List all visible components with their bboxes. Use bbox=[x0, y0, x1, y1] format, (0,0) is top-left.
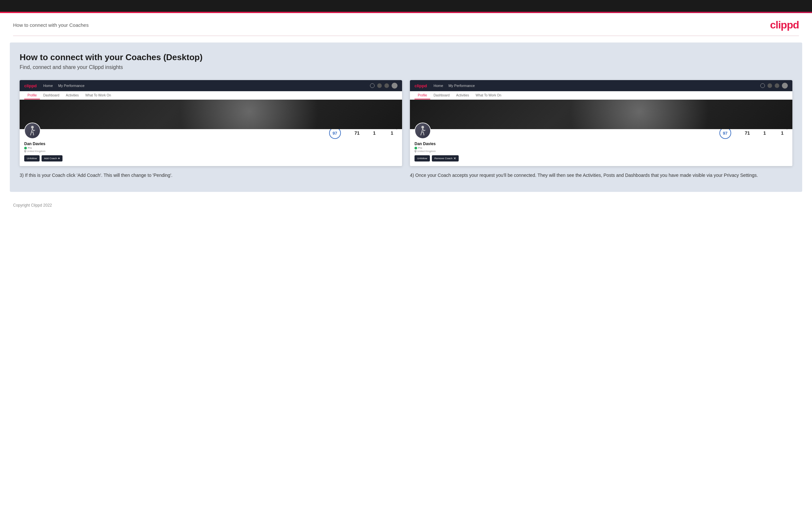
close-icon: ✕ bbox=[453, 157, 456, 160]
right-profile-tabs: Profile Dashboard Activities What To Wor… bbox=[410, 91, 792, 100]
golfer-silhouette-icon bbox=[29, 125, 36, 136]
left-profile-tabs: Profile Dashboard Activities What To Wor… bbox=[20, 91, 402, 100]
left-profile-name: Dan Davies bbox=[24, 142, 398, 146]
left-nav-icons bbox=[370, 83, 398, 89]
svg-point-1 bbox=[421, 126, 424, 128]
left-profile-badge: Pro bbox=[24, 147, 398, 150]
right-tab-what-to-work-on[interactable]: What To Work On bbox=[472, 91, 505, 99]
right-location-text: United Kingdom bbox=[417, 150, 436, 153]
left-location-text: United Kingdom bbox=[27, 150, 46, 153]
right-mock-browser: clippd Home My Performance Profile bbox=[410, 80, 792, 166]
left-screenshot-col: clippd Home My Performance Profile bbox=[20, 80, 402, 179]
right-profile-name-row: Dan Davies Pro United Kingdom bbox=[414, 142, 788, 153]
avatar-icon[interactable] bbox=[392, 83, 398, 89]
left-nav-my-performance[interactable]: My Performance bbox=[58, 84, 85, 88]
search-icon[interactable] bbox=[370, 83, 374, 88]
left-followers-value: 1 bbox=[373, 130, 375, 136]
left-nav-links: Home My Performance bbox=[43, 84, 370, 88]
right-profile-hero bbox=[410, 100, 792, 129]
left-badge-label: Pro bbox=[28, 147, 32, 150]
right-avatar-icon[interactable] bbox=[782, 83, 788, 89]
right-following-value: 1 bbox=[781, 130, 783, 136]
left-avatar-image bbox=[25, 123, 40, 138]
settings-icon[interactable] bbox=[385, 83, 389, 88]
right-avatar-image bbox=[415, 123, 430, 138]
right-activities-value: 71 bbox=[745, 130, 750, 136]
plus-icon: + bbox=[58, 157, 60, 160]
right-app-logo: clippd bbox=[414, 83, 427, 88]
left-profile-location: United Kingdom bbox=[24, 150, 398, 153]
left-profile-avatar bbox=[24, 123, 41, 139]
right-search-icon[interactable] bbox=[760, 83, 765, 88]
left-tab-what-to-work-on[interactable]: What To Work On bbox=[82, 91, 114, 99]
right-golfer-silhouette-icon bbox=[419, 125, 426, 136]
right-screenshot-col: clippd Home My Performance Profile bbox=[410, 80, 792, 179]
clippd-logo: clippd bbox=[770, 19, 799, 31]
svg-point-0 bbox=[31, 126, 34, 128]
right-badge-dot bbox=[414, 147, 417, 150]
left-mock-browser: clippd Home My Performance Profile bbox=[20, 80, 402, 166]
right-badge-label: Pro bbox=[418, 147, 422, 150]
left-profile-actions: Unfollow Add Coach + bbox=[24, 155, 398, 162]
right-profile-name: Dan Davies bbox=[414, 142, 788, 146]
left-tab-dashboard[interactable]: Dashboard bbox=[40, 91, 62, 99]
top-bar bbox=[0, 0, 812, 12]
location-icon bbox=[24, 150, 26, 153]
left-following-value: 1 bbox=[391, 130, 393, 136]
left-nav-home[interactable]: Home bbox=[43, 84, 53, 88]
main-title: How to connect with your Coaches (Deskto… bbox=[20, 52, 792, 62]
copyright-text: Copyright Clippd 2022 bbox=[13, 203, 52, 208]
right-followers-value: 1 bbox=[763, 130, 766, 136]
page-footer: Copyright Clippd 2022 bbox=[0, 199, 812, 212]
right-tab-activities[interactable]: Activities bbox=[453, 91, 472, 99]
screenshots-row: clippd Home My Performance Profile bbox=[20, 80, 792, 179]
right-settings-icon[interactable] bbox=[775, 83, 779, 88]
right-location-icon bbox=[414, 150, 416, 153]
main-subtitle: Find, connect and share your Clippd insi… bbox=[20, 64, 792, 70]
left-add-coach-label: Add Coach bbox=[44, 157, 57, 160]
right-profile-badge: Pro bbox=[414, 147, 788, 150]
left-app-navbar: clippd Home My Performance bbox=[20, 80, 402, 91]
right-tab-dashboard[interactable]: Dashboard bbox=[430, 91, 453, 99]
left-hero-image bbox=[20, 100, 402, 129]
left-add-coach-button[interactable]: Add Coach + bbox=[42, 155, 62, 162]
main-content: How to connect with your Coaches (Deskto… bbox=[10, 43, 802, 192]
right-app-navbar: clippd Home My Performance bbox=[410, 80, 792, 91]
left-badge-dot bbox=[24, 147, 27, 150]
left-caption: 3) If this is your Coach click 'Add Coac… bbox=[20, 172, 402, 179]
right-hero-image bbox=[410, 100, 792, 129]
right-nav-my-performance[interactable]: My Performance bbox=[449, 84, 475, 88]
user-icon[interactable] bbox=[377, 83, 382, 88]
right-remove-coach-label: Remove Coach bbox=[435, 157, 452, 160]
right-caption: 4) Once your Coach accepts your request … bbox=[410, 172, 792, 179]
left-profile-hero bbox=[20, 100, 402, 129]
left-tab-profile[interactable]: Profile bbox=[24, 91, 40, 99]
left-app-logo: clippd bbox=[24, 83, 37, 88]
right-remove-coach-button[interactable]: Remove Coach ✕ bbox=[432, 155, 459, 162]
page-header-title: How to connect with your Coaches bbox=[13, 22, 89, 28]
right-tab-profile[interactable]: Profile bbox=[414, 91, 430, 99]
left-tab-activities[interactable]: Activities bbox=[62, 91, 82, 99]
right-profile-actions: Unfollow Remove Coach ✕ bbox=[414, 155, 788, 162]
right-unfollow-button[interactable]: Unfollow bbox=[414, 155, 430, 162]
right-nav-icons bbox=[760, 83, 788, 89]
right-profile-avatar bbox=[414, 123, 431, 139]
left-activities-value: 71 bbox=[354, 130, 360, 136]
left-profile-name-row: Dan Davies Pro United Kingdom bbox=[24, 142, 398, 153]
left-unfollow-button[interactable]: Unfollow bbox=[24, 155, 40, 162]
right-profile-location: United Kingdom bbox=[414, 150, 788, 153]
right-user-icon[interactable] bbox=[767, 83, 772, 88]
page-header: How to connect with your Coaches clippd bbox=[0, 13, 812, 36]
header-divider bbox=[13, 36, 799, 36]
right-nav-home[interactable]: Home bbox=[434, 84, 443, 88]
right-nav-links: Home My Performance bbox=[434, 84, 760, 88]
